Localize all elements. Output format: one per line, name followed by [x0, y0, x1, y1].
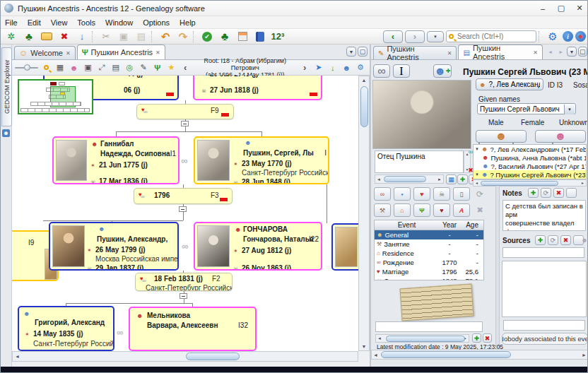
event-row[interactable]: ⌂Residence - - — [375, 249, 483, 258]
redo-icon[interactable]: ↷ — [175, 30, 191, 43]
person-box-grigory[interactable]: ☻ Григорий, Александ ✶ 14 May 1835 (j) С… — [18, 306, 114, 351]
tab-editor-cygnus[interactable]: ✎ Пушкин Ancestris ✕ — [373, 46, 457, 59]
association-input[interactable] — [503, 320, 585, 331]
history-dropdown[interactable]: ▼ — [427, 31, 444, 42]
menu-tools[interactable]: Tools — [77, 18, 95, 27]
event-marriage-icon[interactable]: ♥ — [413, 187, 430, 201]
validate-icon[interactable]: ✔ — [199, 30, 215, 43]
sources-input[interactable] — [502, 247, 584, 258]
list-hscrollbar[interactable]: ◄ ► — [473, 179, 587, 186]
scroll-left-icon[interactable]: ◄ — [15, 354, 20, 359]
event-burial-icon[interactable]: ▯ — [453, 187, 470, 201]
info-icon[interactable]: i — [563, 31, 573, 42]
family-box-f2[interactable]: ♥∞ 18 Feb 1831 (j) F2 Санкт-Петербург Ро… — [135, 273, 233, 291]
combo-dropdown-icon[interactable]: ▼ — [564, 105, 575, 114]
zoom-icon[interactable] — [40, 61, 52, 73]
menu-help[interactable]: Help — [180, 18, 196, 27]
given-names-combo[interactable]: Пушкин Сергей Львович ▼ — [477, 103, 576, 114]
delete-icon[interactable]: ✖ — [57, 30, 72, 43]
gedcom-explorer-tab[interactable]: GEDCOM Explorer — [1, 47, 12, 126]
media-caption-input[interactable] — [375, 321, 483, 332]
undo-icon[interactable]: ↶ — [158, 30, 173, 43]
tree-vscrollbar[interactable]: ▲ ▼ — [358, 76, 370, 351]
close-button[interactable]: ✕ — [570, 1, 588, 16]
event-row[interactable]: ⚒Занятие - - — [375, 239, 483, 249]
scroll-left-icon[interactable]: ◄ — [377, 336, 382, 341]
persons-icon[interactable]: ☻ — [68, 61, 81, 73]
minimize-button[interactable]: – — [534, 1, 552, 16]
gear-icon[interactable]: ⚙ — [545, 30, 560, 43]
tree-minimap[interactable] — [18, 79, 93, 114]
bookmark-star-icon[interactable]: ★ — [165, 61, 178, 73]
event-refresh-icon[interactable]: ⟳ — [473, 187, 487, 201]
notes-refresh-icon[interactable]: ⟳ — [541, 188, 551, 198]
root-sprout-icon[interactable]: Ψ — [151, 61, 164, 73]
hscroll-thumb[interactable] — [481, 181, 558, 186]
notes-text-area[interactable]: С детства был записан в арм совершенстве… — [502, 200, 586, 231]
person-box-melnikova[interactable]: ☻ Мельникова Варвара, Алексеевн I32 — [129, 307, 257, 351]
person-box-pushkin-sergey[interactable]: ☻ Пушкин, Сергей, Лы I ✶ 23 May 1770 (j)… — [194, 136, 329, 184]
person-box-partial-top-right[interactable]: ✶ 20 Jan 1745 (j) ☠ 27 Jun 1818 (j) — [193, 76, 322, 100]
menu-options[interactable]: Options — [143, 18, 170, 27]
tab-welcome[interactable]: ☺ Welcome ✕ — [14, 46, 76, 59]
tab-prev-icon[interactable]: ◄ — [546, 47, 555, 57]
scroll-left-icon[interactable]: ◄ — [377, 177, 381, 182]
media-remove-icon[interactable]: ✖ — [483, 333, 492, 343]
vscroll-thumb[interactable] — [360, 86, 368, 127]
event-delete-icon[interactable]: ✖ — [473, 203, 487, 217]
event-row[interactable]: ☠Смерть 1848 78,1 — [375, 276, 483, 280]
sources-text-area[interactable] — [502, 261, 587, 317]
hscroll-thumb[interactable] — [384, 176, 426, 182]
keys-icon[interactable]: ➤ — [312, 61, 325, 73]
tree-icon[interactable]: ♣ — [21, 30, 37, 43]
tab-list-dropdown[interactable]: ▼ — [567, 47, 576, 57]
tab-editor-gedcom[interactable]: ▤ Пушкин Ancestris ✕ — [458, 45, 542, 59]
add-media-icon[interactable]: ✚ — [457, 174, 468, 184]
sources-add-icon[interactable]: ✚ — [535, 235, 546, 245]
expand-icon[interactable]: ⤢ — [95, 61, 108, 73]
tab-next-icon[interactable]: ► — [556, 47, 565, 57]
family-tree-icon[interactable]: ♣ — [217, 30, 233, 43]
scroll-left-icon[interactable]: ◄ — [373, 353, 378, 357]
tab-list-dropdown[interactable]: ▼ — [346, 47, 356, 57]
event-death-icon[interactable]: ☠ — [433, 187, 450, 201]
person-settings-icon[interactable]: ☻ — [341, 61, 353, 73]
photo-caption-field[interactable]: Отец Пушкина — [375, 150, 464, 173]
editor-splitter[interactable] — [495, 186, 500, 348]
list-item[interactable]: ▼ ☻ ?, Лев Александрович (*17 Feb 17 — [474, 145, 586, 153]
scroll-right-icon[interactable]: ► — [582, 353, 587, 357]
cut-icon[interactable]: ✂ — [98, 30, 114, 43]
tree-hscrollbar[interactable]: ◄ — [12, 351, 358, 362]
numbering-icon[interactable]: 12³ — [270, 30, 286, 43]
scroll-up-icon[interactable]: ▲ — [359, 78, 369, 83]
list-item[interactable]: ☻ ?, Василий Львович (*27 Apr 17 — [474, 162, 586, 170]
add-daughter-button[interactable]: ☻ — [535, 130, 586, 143]
event-residence-icon[interactable]: ⌂ — [394, 203, 411, 217]
maximize-view-button[interactable]: ▢ — [578, 47, 587, 57]
maximize-view-button[interactable]: ▢ — [358, 47, 368, 57]
header-age[interactable]: Age — [462, 221, 481, 229]
person-box-goncharova[interactable]: ☻ ГОНЧАРОВА Гончарова, Наталья I22 ✶ 27 … — [194, 222, 322, 271]
add-person-button[interactable]: ☻ ✚ — [433, 64, 452, 78]
event-occupation-icon[interactable]: ⚒ — [374, 203, 391, 217]
menu-edit[interactable]: Edit — [28, 18, 41, 27]
prev-root-chevron[interactable]: ‹ — [179, 61, 192, 73]
person-box-pushkin-alexander[interactable]: ☻ Пушкин, Александр, ✶ 26 May 1799 (j) М… — [49, 222, 179, 271]
event-baptism-icon[interactable]: ● — [394, 187, 411, 201]
maximize-button[interactable]: ▢ — [552, 1, 570, 16]
save-import-icon[interactable]: ↓ — [74, 30, 90, 43]
scroll-left-icon[interactable]: ◄ — [475, 181, 478, 185]
media-thumbnail[interactable] — [400, 283, 474, 321]
hscroll-thumb[interactable] — [186, 353, 240, 360]
add-son-button[interactable]: ☻ — [476, 130, 527, 143]
tab-close-icon[interactable]: ✕ — [66, 50, 71, 57]
tab-close-icon[interactable]: ✕ — [533, 49, 538, 56]
copy-icon[interactable]: ▣ — [116, 30, 131, 43]
sources-person-icon[interactable]: ☻ — [581, 235, 588, 245]
back-button[interactable]: ‹ — [383, 30, 403, 43]
event-divorce-icon[interactable]: ♥ — [433, 203, 450, 217]
tab-close-icon[interactable]: ✕ — [447, 50, 452, 57]
hscroll-thumb[interactable] — [381, 351, 511, 358]
header-year[interactable]: Year — [437, 221, 462, 229]
address-book-icon[interactable] — [252, 30, 268, 43]
